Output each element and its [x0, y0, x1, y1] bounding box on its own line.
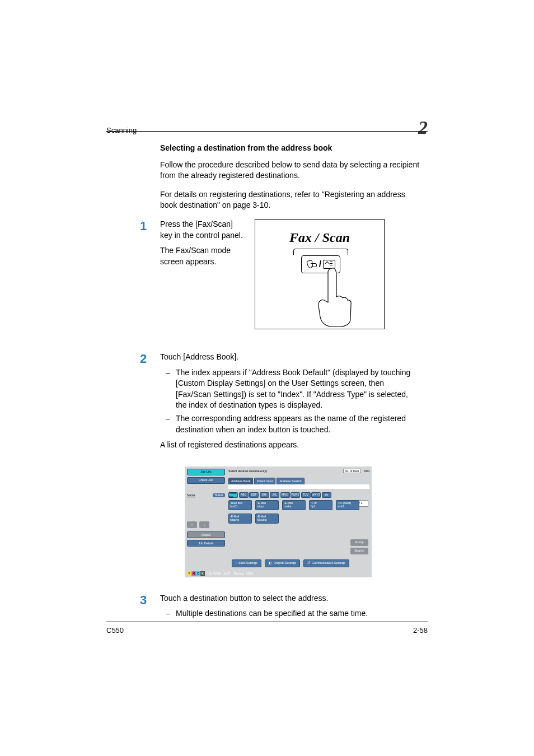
ss-list-header: Name Status: [187, 493, 225, 498]
ss-time: 19:27: [223, 572, 231, 576]
ss-top-message: Select desired destination(s).: [228, 469, 268, 474]
ss-alpha-jkl[interactable]: JKL: [270, 492, 279, 498]
ss-toner-levels: Y M C K: [187, 571, 205, 576]
ss-memory-value: 100%: [246, 572, 254, 576]
ss-alpha-mno[interactable]: MNO: [280, 492, 290, 498]
intro-paragraph-1: Follow the procedure described below to …: [160, 160, 423, 181]
toner-c-icon: C: [196, 571, 200, 576]
step-1: 1 Press the [Fax/Scan] key in the contro…: [106, 219, 428, 340]
ss-dest-fukuoka[interactable]: ▫E-Mailfukuoka: [255, 514, 279, 524]
step-2-after: A list of registered destinations appear…: [160, 440, 421, 451]
document-icon: ▫: [236, 561, 237, 566]
toner-y-icon: Y: [187, 571, 191, 576]
ss-original-settings-button[interactable]: ◧Original Settings: [265, 559, 300, 567]
step-3: 3 Touch a destination button to select t…: [106, 593, 428, 624]
ss-dest-nagoya[interactable]: ▫E-Mailnagoya: [228, 514, 252, 524]
comm-icon: ⇄: [307, 561, 310, 566]
chapter-number: 2: [418, 121, 428, 136]
ss-check-job-button[interactable]: Check Job: [187, 477, 225, 484]
ss-dest-osaka[interactable]: ▫E-Mailosaka: [282, 500, 306, 510]
ss-dest-tokyo[interactable]: ▫E-Mailtokyo: [255, 500, 279, 510]
step-1-line-2: The Fax/Scan mode screen appears.: [160, 245, 247, 267]
ss-alpha-wxyz[interactable]: WXYZ: [311, 492, 321, 498]
page-footer: C550 2-58: [106, 622, 428, 636]
step-1-line-1: Press the [Fax/Scan] key in the control …: [160, 219, 247, 241]
step-2-bullets: The index appears if "Address Book Defau…: [160, 367, 421, 436]
toner-k-icon: K: [200, 571, 205, 576]
step-3-line-1: Touch a destination button to select the…: [160, 593, 421, 604]
ss-dest-ftp1[interactable]: ▫FTPftp1: [309, 500, 332, 510]
ss-search-button[interactable]: Search: [350, 548, 368, 554]
step-number: 2: [106, 352, 160, 365]
ss-alpha-etc[interactable]: etc: [322, 492, 331, 498]
ss-job-details-button[interactable]: Job Details: [187, 540, 225, 547]
ss-alpha-abc[interactable]: ABC: [239, 492, 249, 498]
ss-alpha-def[interactable]: DEF: [249, 492, 259, 498]
section-heading: Selecting a destination from the address…: [160, 143, 428, 154]
ss-alpha-pqrs[interactable]: PQRS: [291, 492, 300, 498]
key-bracket-icon: [293, 249, 348, 255]
ss-dest-smb1[interactable]: ▫PC (SMB)smb1: [336, 500, 359, 510]
ss-delete-button[interactable]: Delete: [187, 531, 225, 538]
step-2: 2 Touch [Address Book]. The index appear…: [106, 352, 428, 455]
step-number: 3: [106, 593, 160, 606]
original-icon: ◧: [269, 561, 272, 566]
ss-scan-settings-button[interactable]: ▫Scan Settings: [232, 559, 261, 567]
fax-scan-key-diagram: Fax / Scan /: [255, 219, 385, 329]
header-rule: [106, 131, 428, 132]
ss-dest-box01[interactable]: ▫User Boxbox01: [228, 500, 252, 510]
address-book-screenshot: Select desired destination(s). No. of De…: [185, 466, 428, 577]
step-2-line-1: Touch [Address Book].: [160, 352, 421, 363]
ss-job-list-tab[interactable]: Job List: [187, 469, 225, 475]
ss-alpha-favorites[interactable]: Favor-ites: [228, 492, 238, 498]
footer-model: C550: [106, 626, 124, 636]
step-3-bullet-1: Multiple destinations can be specified a…: [160, 608, 421, 619]
fax-scan-key-label: Fax / Scan: [255, 228, 384, 248]
running-header: Scanning 2: [106, 121, 428, 136]
ss-dest-count-label: No. of Dest.: [343, 469, 361, 473]
toner-m-icon: M: [191, 571, 196, 576]
step-2-bullet-2: The corresponding address appears as the…: [160, 413, 421, 435]
footer-page: 2-58: [413, 626, 428, 636]
intro-paragraph-2: For details on registering destinations,…: [160, 189, 423, 211]
ss-scroll-up-button[interactable]: ↑: [187, 521, 197, 528]
ss-dest-count-value: 000: [364, 469, 369, 473]
ss-white-strip: [228, 484, 369, 489]
ss-status-col: Status: [213, 493, 225, 498]
ss-date: 11/17/2006: [207, 572, 221, 576]
ss-left-panel: Job List Check Job Name Status ↑ ↓ Delet…: [187, 469, 225, 547]
ss-group-button[interactable]: Group: [350, 539, 368, 546]
ss-communication-settings-button[interactable]: ⇄Communication Settings: [303, 559, 349, 567]
step-number: 1: [106, 219, 160, 232]
ss-scroll-down-button[interactable]: ↓: [199, 521, 209, 528]
phone-fax-icon: [306, 259, 317, 269]
step-3-bullets: Multiple destinations can be specified a…: [160, 608, 421, 619]
running-header-title: Scanning: [106, 125, 137, 136]
ss-alpha-index: Favor-ites ABC DEF GHI JKL MNO PQRS TUV …: [228, 492, 331, 498]
ss-memory-label: Memory: [234, 572, 244, 576]
ss-alpha-ghi[interactable]: GHI: [260, 492, 269, 498]
ss-alpha-tuv[interactable]: TUV: [301, 492, 311, 498]
step-2-bullet-1: The index appears if "Address Book Defau…: [160, 367, 421, 411]
pressing-finger-icon: [318, 268, 352, 327]
step-1-text: Press the [Fax/Scan] key in the control …: [160, 219, 247, 272]
ss-name-col: Name: [187, 493, 195, 498]
